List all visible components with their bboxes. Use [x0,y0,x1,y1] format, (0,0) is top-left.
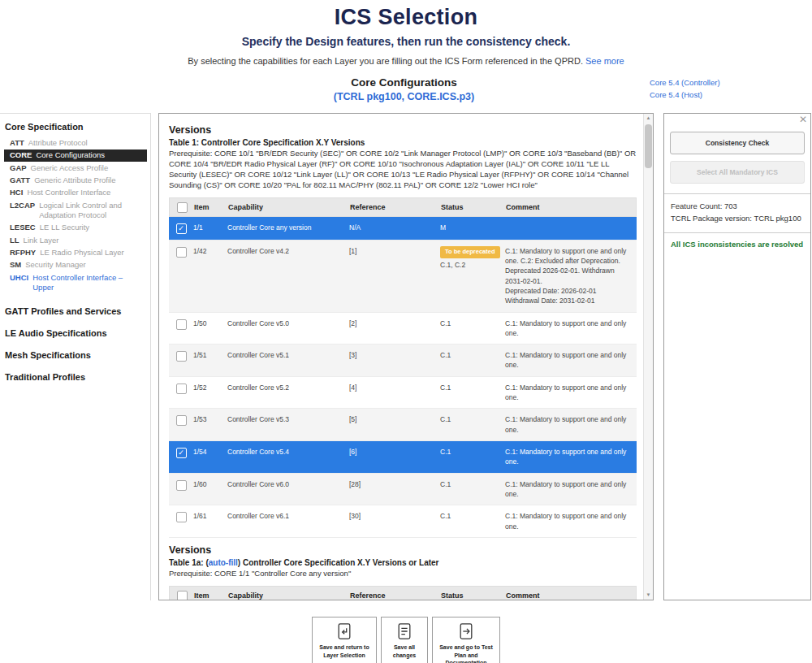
row-reference: [4] [349,383,440,392]
row-status-text: C.1 [440,414,451,424]
sidebar-item-label: Generic Access Profile [31,163,109,173]
scrollbar: ▲ ▼ [643,114,653,600]
sidebar-item[interactable]: CORE Core Configurations [4,150,147,162]
sidebar-item[interactable]: GAP Generic Access Profile [4,162,147,174]
sidebar-section-heading[interactable]: Mesh Specifications [5,350,147,360]
save-go-test-plan-button[interactable]: Save and go to Test Plan and Documentati… [432,617,500,663]
sidebar-item[interactable]: SM Security Manager [4,259,147,271]
see-more-link[interactable]: See more [585,56,624,66]
row-checkbox-cell [169,223,193,234]
row-comment: C.1: Mandatory to support one and only o… [505,350,637,370]
row-checkbox[interactable] [176,351,187,362]
sidebar-item-label: LE Radio Physical Layer [40,248,124,258]
table-row[interactable]: 1/53 Controller Core v5.3 [5] C.1 C.1: M… [169,409,637,441]
select-all-checkbox[interactable] [177,591,188,600]
col-capability: Capability [228,592,350,600]
sidebar-item[interactable]: L2CAP Logical Link Control and Adaptatio… [4,199,147,222]
sidebar-item-abbr: LL [10,236,19,245]
page-header: ICS Selection Specify the Design feature… [0,0,812,66]
sidebar: Core Specification ATT Attribute Protoco… [0,113,151,600]
consistency-panel: ✕ Consistency Check Select All Mandatory… [663,113,811,600]
page-title: ICS Selection [0,4,812,30]
sidebar-section-heading[interactable]: Traditional Profiles [5,372,147,382]
table-row[interactable]: 1/42 Controller Core v4.2 [1] To be depr… [169,240,637,313]
col-comment: Comment [506,592,636,600]
row-status-text: C.1 [440,511,451,521]
table-row[interactable]: 1/60 Controller Core v6.0 [28] C.1 C.1: … [169,474,637,506]
row-checkbox[interactable] [176,480,187,491]
row-comment: C.1: Mandatory to support one and only o… [505,383,637,403]
row-checkbox-cell [169,414,193,426]
row-status: C.1 [440,350,505,360]
row-status: C.1 [440,447,505,457]
sidebar-item[interactable]: LESEC LE LL Security [4,222,147,234]
consistency-check-button[interactable]: Consistency Check [670,132,805,154]
sidebar-item-label: Generic Attribute Profile [34,176,115,185]
table-row[interactable]: 1/1 Controller Core any version N/A M [169,217,637,240]
tcrl-package-link[interactable]: (TCRL pkg100, CORE.ICS.p3) [334,91,474,102]
sidebar-item[interactable]: HCI Host Controller Interface [4,187,147,199]
row-reference: [5] [349,414,440,424]
sidebar-item[interactable]: ATT Attribute Protocol [4,136,147,149]
sidebar-item[interactable]: LL Link Layer [4,234,147,246]
row-checkbox[interactable] [176,223,187,234]
save-return-icon [336,622,352,640]
auto-fill-link[interactable]: auto-fill [209,558,238,567]
save-all-icon [396,622,412,640]
save-return-button[interactable]: Save and return to Layer Selection [312,617,377,663]
ics-content-scroll-area: Versions Table 1: Controller Core Specif… [159,114,643,600]
feature-count: Feature Count: 703 [671,201,804,213]
deprecation-badge: To be deprecated [440,246,500,258]
core-controller-link[interactable]: Core 5.4 (Controller) [650,78,812,87]
row-checkbox[interactable] [176,384,187,394]
row-checkbox-cell [169,511,193,522]
table-row[interactable]: 1/52 Controller Core v5.2 [4] C.1 C.1: M… [169,377,637,410]
row-item: 1/1 [193,223,227,232]
scroll-down-icon[interactable]: ▼ [644,591,653,600]
table1a-title: Table 1a: (auto-fill) Controller Core Sp… [169,558,637,567]
row-checkbox[interactable] [176,247,187,258]
row-item: 1/54 [193,447,227,457]
table-row[interactable]: 1/50 Controller Core v5.0 [2] C.1 C.1: M… [169,313,637,345]
table-row[interactable]: 1/51 Controller Core v5.1 [3] C.1 C.1: M… [169,344,637,377]
scroll-up-icon[interactable]: ▲ [644,114,653,123]
table1a-header-row: Item Capability Reference Status Comment [169,586,637,600]
row-status: C.1 [440,318,505,328]
versions-heading: Versions [169,124,637,136]
sidebar-section-heading[interactable]: LE Audio Specifications [5,328,147,338]
row-checkbox[interactable] [176,415,187,426]
row-comment: C.1: Mandatory to support one and only o… [505,447,637,467]
save-all-button[interactable]: Save all changes [381,617,428,663]
row-checkbox[interactable] [176,448,187,458]
row-item: 1/52 [193,383,227,392]
col-reference: Reference [350,203,441,211]
table-row[interactable]: 1/61 Controller Core v6.1 [30] C.1 C.1: … [169,505,637,538]
select-all-mandatory-button[interactable]: Select All Mandatory ICS [670,161,805,184]
row-checkbox-cell [169,350,193,362]
sidebar-section-heading[interactable]: GATT Profiles and Services [5,306,147,316]
sidebar-item[interactable]: UHCI Host Controller Interface – Upper [4,271,147,294]
row-status-text: C.1 [440,479,451,489]
sidebar-item-abbr: RFPHY [10,248,36,258]
sidebar-item[interactable]: GATT Generic Attribute Profile [4,174,147,186]
row-status: M [440,223,505,232]
row-checkbox[interactable] [176,319,187,330]
table-row[interactable]: 1/54 Controller Core v5.4 [6] C.1 C.1: M… [169,441,637,474]
row-checkbox-cell [169,479,193,491]
core-host-link[interactable]: Core 5.4 (Host) [650,90,812,99]
row-capability: Controller Core v6.0 [227,479,349,489]
select-all-checkbox[interactable] [177,202,188,213]
description-text: By selecting the capabilities for each L… [188,56,583,66]
row-item: 1/50 [193,318,227,328]
sidebar-item[interactable]: RFPHY LE Radio Physical Layer [4,246,147,258]
row-comment: C.1: Mandatory to support one and only o… [505,414,637,435]
section-row: Core Configurations (TCRL pkg100, CORE.I… [0,76,812,103]
row-checkbox-cell [169,383,193,394]
row-checkbox[interactable] [176,512,187,522]
scrollbar-thumb[interactable] [645,124,652,168]
sidebar-group-core-specification[interactable]: Core Specification [5,122,147,132]
row-checkbox-cell [169,447,193,458]
sidebar-item-label: Core Configurations [36,150,105,160]
table1a-title-prefix: Table 1a: ( [169,558,209,567]
close-icon[interactable]: ✕ [799,115,807,124]
